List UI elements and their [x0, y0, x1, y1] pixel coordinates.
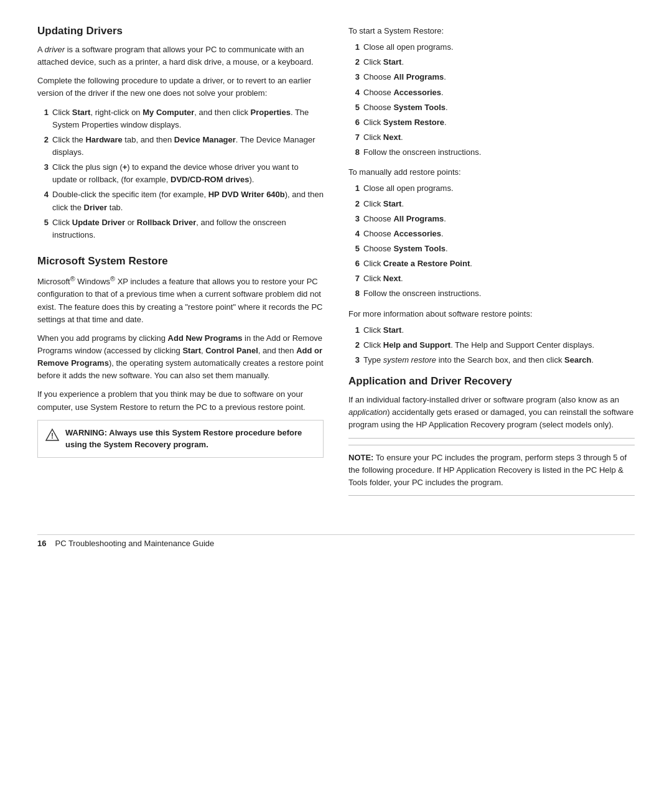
- right-column: To start a System Restore: 1 Close all o…: [348, 25, 635, 509]
- list-item: 1 Close all open programs.: [348, 41, 635, 53]
- updating-drivers-para1: A driver is a software program that allo…: [37, 44, 324, 68]
- list-item: 6 Click System Restore.: [348, 116, 635, 129]
- system-restore-para1: Microsoft® Windows® XP includes a featur…: [37, 274, 324, 326]
- steps-start-restore: 1 Close all open programs. 2 Click Start…: [348, 41, 635, 159]
- list-item: 5 Choose System Tools.: [348, 243, 635, 255]
- updating-drivers-para2: Complete the following procedure to upda…: [37, 75, 324, 100]
- recovery-para1: If an individual factory-installed drive…: [348, 394, 635, 431]
- list-item: 7 Click Next.: [348, 272, 635, 285]
- list-item: 3 Click the plus sign (+) to expand the …: [37, 161, 324, 186]
- list-item: 6 Click Create a Restore Point.: [348, 258, 635, 270]
- list-item: 8 Follow the onscreen instructions.: [348, 287, 635, 300]
- section-title-recovery: Application and Driver Recovery: [348, 375, 635, 388]
- footer-page-number: 16: [37, 539, 46, 548]
- system-restore-para3: If you experience a problem that you thi…: [37, 388, 324, 413]
- list-item: 3 Type system restore into the Search bo…: [348, 354, 635, 366]
- list-item: 4 Choose Accessories.: [348, 86, 635, 99]
- list-item: 5 Choose System Tools.: [348, 101, 635, 114]
- list-item: 2 Click the Hardware tab, and then Devic…: [37, 134, 324, 159]
- list-item: 5 Click Update Driver or Rollback Driver…: [37, 216, 324, 241]
- list-item: 3 Choose All Programs.: [348, 213, 635, 225]
- more-info-label: For more information about software rest…: [348, 308, 635, 320]
- list-item: 1 Click Start.: [348, 324, 635, 337]
- list-item: 4 Double-click the specific item (for ex…: [37, 188, 324, 213]
- section-title-system-restore: Microsoft System Restore: [37, 255, 324, 267]
- system-restore-para2: When you add programs by clicking Add Ne…: [37, 332, 324, 383]
- warning-icon: !: [45, 428, 59, 442]
- left-column: Updating Drivers A driver is a software …: [37, 25, 324, 509]
- updating-drivers-steps: 1 Click Start, right-click on My Compute…: [37, 106, 324, 241]
- list-item: 1 Close all open programs.: [348, 182, 635, 195]
- svg-text:!: !: [51, 432, 54, 440]
- note-box: NOTE: To ensure your PC includes the pro…: [348, 445, 635, 496]
- list-item: 2 Click Start.: [348, 198, 635, 210]
- footer-guide-title: PC Troubleshooting and Maintenance Guide: [55, 539, 214, 548]
- footer: 16 PC Troubleshooting and Maintenance Gu…: [37, 534, 635, 548]
- list-item: 1 Click Start, right-click on My Compute…: [37, 106, 324, 131]
- list-item: 4 Choose Accessories.: [348, 228, 635, 240]
- section-system-restore: Microsoft System Restore Microsoft® Wind…: [37, 255, 324, 458]
- list-item: 7 Click Next.: [348, 131, 635, 144]
- to-start-label: To start a System Restore:: [348, 25, 635, 37]
- list-item: 3 Choose All Programs.: [348, 71, 635, 83]
- section-app-driver-recovery: Application and Driver Recovery If an in…: [348, 375, 635, 496]
- section-updating-drivers: Updating Drivers A driver is a software …: [37, 25, 324, 241]
- list-item: 2 Click Help and Support. The Help and S…: [348, 339, 635, 351]
- steps-more-info: 1 Click Start. 2 Click Help and Support.…: [348, 324, 635, 366]
- divider-top: [348, 438, 635, 439]
- warning-text: WARNING: Always use this System Restore …: [65, 427, 315, 451]
- section-title-updating-drivers: Updating Drivers: [37, 25, 324, 37]
- warning-box: ! WARNING: Always use this System Restor…: [37, 420, 324, 458]
- list-item: 8 Follow the onscreen instructions.: [348, 146, 635, 159]
- list-item: 2 Click Start.: [348, 56, 635, 68]
- to-manually-label: To manually add restore points:: [348, 166, 635, 179]
- steps-manually: 1 Close all open programs. 2 Click Start…: [348, 182, 635, 300]
